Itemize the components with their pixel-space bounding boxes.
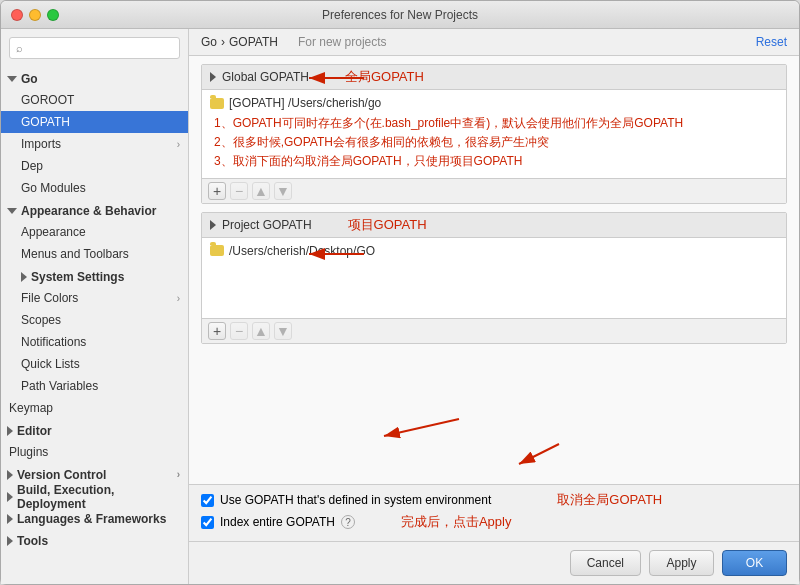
sidebar-item-label: Appearance [21,225,86,239]
expand-icon [7,426,13,436]
use-system-gopath-row: Use GOPATH that's defined in system envi… [201,491,787,509]
sidebar-item-label: Notifications [21,335,86,349]
breadcrumb-go: Go [201,35,217,49]
sidebar-item-plugins[interactable]: Plugins [1,441,188,463]
expand-icon [7,492,13,502]
sidebar-item-file-colors[interactable]: File Colors › [1,287,188,309]
reset-link[interactable]: Reset [756,35,787,49]
index-gopath-label: Index entire GOPATH [220,515,335,529]
project-gopath-header: Project GOPATH 项目GOPATH [202,213,786,238]
sidebar-item-system-settings[interactable]: System Settings [1,265,188,287]
up-project-gopath-button[interactable]: ▲ [252,322,270,340]
project-gopath-section: Project GOPATH 项目GOPATH /Users/cherish/D… [201,212,787,344]
folder-icon [210,98,224,109]
project-gopath-entry-text: /Users/cherish/Desktop/GO [229,244,375,258]
apply-annotation: 完成后，点击Apply [401,513,512,531]
sidebar-item-gopath[interactable]: GOPATH [1,111,188,133]
sidebar-item-label: Dep [21,159,43,173]
sidebar-item-label: Scopes [21,313,61,327]
up-global-gopath-button[interactable]: ▲ [252,182,270,200]
sidebar-item-keymap[interactable]: Keymap [1,397,188,419]
sidebar-item-label: Menus and Toolbars [21,247,129,261]
sidebar-item-menus-toolbars[interactable]: Menus and Toolbars [1,243,188,265]
sidebar-item-editor[interactable]: Editor [1,419,188,441]
sidebar-item-appearance[interactable]: Appearance [1,221,188,243]
expand-icon [7,514,13,524]
minimize-button[interactable] [29,9,41,21]
help-icon[interactable]: ? [341,515,355,529]
remove-global-gopath-button[interactable]: − [230,182,248,200]
section-expand-icon [210,220,216,230]
window-controls [11,9,59,21]
apply-button[interactable]: Apply [649,550,714,576]
gopath-entry[interactable]: [GOPATH] /Users/cherish/go [210,94,778,112]
sidebar-item-label: Keymap [9,401,53,415]
expand-icon [7,536,13,546]
main-content: Go GOROOT GOPATH Imports › Dep Go Module… [1,29,799,584]
breadcrumb: Go › GOPATH For new projects [201,35,387,49]
sidebar-item-label: Editor [17,424,52,438]
sidebar-item-quick-lists[interactable]: Quick Lists [1,353,188,375]
sidebar-item-label: Build, Execution, Deployment [17,483,180,511]
global-gopath-toolbar: + − ▲ ▼ [202,178,786,203]
project-gopath-content: /Users/cherish/Desktop/GO [202,238,786,318]
right-header: Go › GOPATH For new projects Reset [189,29,799,56]
add-global-gopath-button[interactable]: + [208,182,226,200]
sidebar: Go GOROOT GOPATH Imports › Dep Go Module… [1,29,189,584]
folder-icon [210,245,224,256]
close-button[interactable] [11,9,23,21]
sidebar-item-imports[interactable]: Imports › [1,133,188,155]
breadcrumb-gopath: GOPATH [229,35,278,49]
sidebar-item-label: Imports [21,137,61,151]
sidebar-item-build[interactable]: Build, Execution, Deployment [1,485,188,507]
global-gopath-label: Global GOPATH [222,70,309,84]
sidebar-item-notifications[interactable]: Notifications [1,331,188,353]
sidebar-item-path-variables[interactable]: Path Variables [1,375,188,397]
sidebar-item-goroot[interactable]: GOROOT [1,89,188,111]
sidebar-item-label: Version Control [17,468,106,482]
remove-project-gopath-button[interactable]: − [230,322,248,340]
sidebar-item-label: GOPATH [21,115,70,129]
index-gopath-row: Index entire GOPATH ? 完成后，点击Apply [201,513,787,531]
use-system-gopath-label: Use GOPATH that's defined in system envi… [220,493,491,507]
section-expand-icon [210,72,216,82]
cancel-button[interactable]: Cancel [570,550,641,576]
sidebar-item-scopes[interactable]: Scopes [1,309,188,331]
sidebar-item-appearance-behavior[interactable]: Appearance & Behavior [1,199,188,221]
ok-button[interactable]: OK [722,550,787,576]
note-line-3: 3、取消下面的勾取消全局GOPATH，只使用项目GOPATH [214,152,774,171]
project-gopath-annotation: 项目GOPATH [348,216,427,234]
project-gopath-entry[interactable]: /Users/cherish/Desktop/GO [210,242,778,260]
global-gopath-section: Global GOPATH 全局GOPATH [GOPATH] /Users/c… [201,64,787,204]
global-gopath-content: [GOPATH] /Users/cherish/go 1、GOPATH可同时存在… [202,90,786,178]
arrow-icon: › [177,139,180,150]
expand-icon [7,208,17,214]
note-line-1: 1、GOPATH可同时存在多个(在.bash_profile中查看)，默认会使用… [214,114,774,133]
sidebar-item-label: Path Variables [21,379,98,393]
sidebar-item-go[interactable]: Go [1,67,188,89]
down-project-gopath-button[interactable]: ▼ [274,322,292,340]
sidebar-item-label: Appearance & Behavior [21,204,156,218]
sidebar-item-label: Quick Lists [21,357,80,371]
maximize-button[interactable] [47,9,59,21]
preferences-window: Preferences for New Projects Go GOROOT G… [0,0,800,585]
index-gopath-checkbox[interactable] [201,516,214,529]
sidebar-item-go-modules[interactable]: Go Modules [1,177,188,199]
search-input[interactable] [9,37,180,59]
sidebar-item-label: Go [21,72,38,86]
sidebar-item-dep[interactable]: Dep [1,155,188,177]
expand-icon [21,272,27,282]
sidebar-item-tools[interactable]: Tools [1,529,188,551]
sidebar-item-label: Languages & Frameworks [17,512,166,526]
bottom-bar: Use GOPATH that's defined in system envi… [189,484,799,541]
sidebar-item-label: Plugins [9,445,48,459]
project-gopath-toolbar: + − ▲ ▼ [202,318,786,343]
sidebar-item-label: Go Modules [21,181,86,195]
global-gopath-header: Global GOPATH 全局GOPATH [202,65,786,90]
arrow-icon: › [177,469,180,480]
add-project-gopath-button[interactable]: + [208,322,226,340]
right-body: Global GOPATH 全局GOPATH [GOPATH] /Users/c… [189,56,799,484]
down-global-gopath-button[interactable]: ▼ [274,182,292,200]
expand-icon [7,76,17,82]
use-system-gopath-checkbox[interactable] [201,494,214,507]
